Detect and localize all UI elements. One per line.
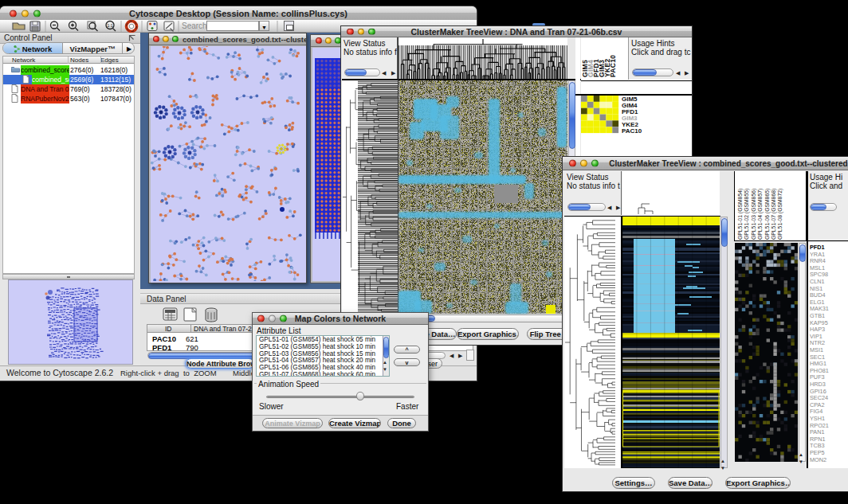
svg-text:Search:: Search:: [182, 21, 209, 30]
svg-text:1:1: 1:1: [107, 23, 113, 28]
